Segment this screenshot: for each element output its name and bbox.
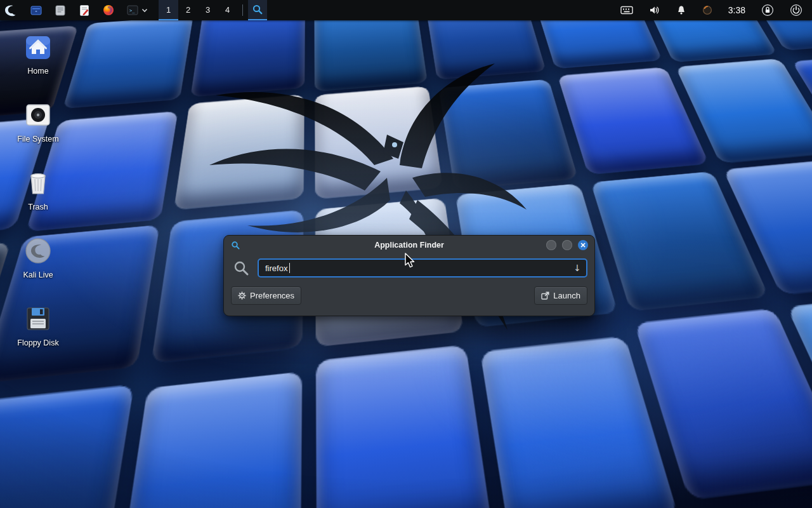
notifications-button[interactable]	[673, 0, 690, 20]
terminal-icon: >_	[126, 4, 139, 17]
desktop-icon-label: Kali Live	[23, 271, 53, 279]
workspace-label: 2	[186, 5, 190, 15]
kali-menu-button[interactable]	[0, 0, 20, 20]
cube-tile	[315, 86, 442, 199]
desktop-icon-file-system[interactable]: File System	[6, 100, 70, 161]
cube-tile	[174, 95, 305, 210]
lock-screen-button[interactable]	[758, 0, 777, 20]
terminal-dropdown-button[interactable]	[140, 0, 150, 20]
clock[interactable]: 3:38	[725, 0, 749, 20]
power-manager-icon	[702, 5, 712, 15]
notes-app-icon	[78, 4, 91, 17]
cube-tile	[117, 371, 302, 508]
terminal-launcher[interactable]: >_	[123, 0, 140, 20]
titlebar[interactable]: Application Finder ✕	[224, 236, 594, 255]
trash-icon	[23, 168, 53, 197]
desktop-icon-label: Home	[27, 67, 48, 76]
logout-button[interactable]	[787, 0, 806, 20]
cube-tile	[317, 345, 492, 508]
workspace-button-1[interactable]: 1	[159, 0, 178, 20]
desktop-icon-kali-live[interactable]: Kali Live	[6, 236, 70, 297]
preferences-button[interactable]: Preferences	[231, 286, 301, 305]
application-finder-window: Application Finder ✕ firefox ↓	[223, 235, 595, 316]
workspace-label: 4	[225, 5, 230, 15]
window-title: Application Finder	[224, 241, 594, 250]
keyboard-indicator-button[interactable]	[617, 0, 636, 20]
kali-menu-icon	[3, 3, 17, 17]
maximize-button[interactable]	[562, 240, 572, 250]
text-editor-launcher[interactable]	[51, 0, 70, 20]
cube-tile	[62, 16, 193, 109]
close-button[interactable]: ✕	[578, 240, 588, 250]
volume-icon	[649, 5, 660, 15]
workspace-button-4[interactable]: 4	[218, 0, 237, 20]
search-input-value: firefox	[265, 264, 287, 273]
workspace-button-2[interactable]: 2	[178, 0, 198, 20]
volume-button[interactable]	[646, 0, 664, 20]
desktop: >_ 1 2 3 4	[0, 0, 812, 508]
desktop-icon-floppy-disk[interactable]: Floppy Disk	[6, 304, 70, 364]
chevron-down-icon	[141, 7, 148, 13]
notes-app-launcher[interactable]	[75, 0, 94, 20]
keyboard-icon	[620, 6, 633, 15]
minimize-button[interactable]	[546, 240, 556, 250]
workspace-label: 3	[206, 5, 210, 15]
text-editor-icon	[54, 4, 67, 17]
desktop-icon-label: Floppy Disk	[17, 338, 58, 347]
desktop-icon-label: File System	[17, 135, 58, 144]
desktop-icon-list: Home File System	[6, 32, 70, 371]
dropdown-arrow-icon[interactable]: ↓	[573, 263, 581, 273]
launch-button[interactable]: Launch	[534, 286, 587, 305]
cube-tile	[0, 385, 134, 508]
text-caret	[289, 263, 290, 273]
search-icon	[233, 260, 250, 277]
search-icon	[252, 4, 263, 15]
bell-icon	[676, 5, 686, 15]
top-panel: >_ 1 2 3 4	[0, 0, 812, 20]
workspace-label: 1	[166, 5, 171, 15]
file-manager-launcher[interactable]	[27, 0, 46, 20]
close-icon: ✕	[580, 242, 586, 249]
workspace-button-3[interactable]: 3	[198, 0, 218, 20]
panel-launchers: >_ 1 2 3 4	[0, 0, 267, 20]
gear-icon	[238, 291, 246, 300]
firefox-icon	[102, 4, 115, 17]
cube-tile	[438, 79, 579, 190]
lock-icon	[761, 4, 774, 17]
home-icon	[23, 32, 53, 62]
kali-live-icon	[23, 236, 53, 265]
search-input[interactable]: firefox ↓	[258, 258, 587, 277]
panel-separator	[242, 4, 243, 16]
firefox-launcher[interactable]	[99, 0, 118, 20]
file-manager-icon	[30, 4, 43, 17]
terminal-glyph: >_	[129, 8, 135, 13]
launch-icon	[541, 291, 549, 300]
power-manager-button[interactable]	[699, 0, 716, 20]
launch-button-label: Launch	[553, 291, 580, 300]
clock-text: 3:38	[728, 5, 745, 15]
desktop-icon-label: Trash	[28, 203, 48, 211]
taskbar-application-finder-button[interactable]	[248, 0, 267, 20]
desktop-icon-home[interactable]: Home	[6, 32, 70, 93]
workspace-switcher: 1 2 3 4	[159, 0, 237, 20]
power-icon	[790, 4, 802, 17]
desktop-icon-trash[interactable]: Trash	[6, 168, 70, 229]
panel-systray: 3:38	[617, 0, 812, 20]
preferences-button-label: Preferences	[250, 291, 294, 300]
floppy-disk-icon	[23, 304, 53, 333]
file-system-icon	[23, 100, 53, 130]
